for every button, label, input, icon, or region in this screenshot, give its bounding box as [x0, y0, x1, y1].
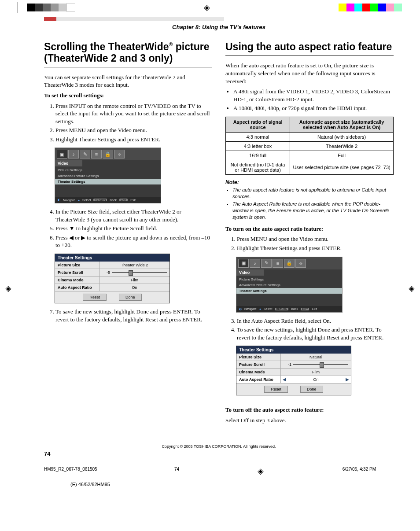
table-cell: Not defined (no ID-1 data or HDMI aspect…: [226, 160, 290, 174]
step-item: In the Picture Size field, select either…: [55, 208, 212, 223]
slider-value: -5: [102, 270, 110, 275]
osd-video-menu: ▣ ♪ ✎ ≡ 🔒 ⎆ Video Picture Settings Advan…: [236, 257, 343, 313]
row-value: On: [99, 284, 169, 291]
note-list: The auto aspect ratio feature is not app…: [225, 187, 394, 221]
print-filename: HM95_R2_067-78_061505: [44, 467, 97, 476]
intro-text: You can set separate scroll settings for…: [44, 74, 212, 89]
bullet-item: A 1080i, 480i, 480p, or 720p signal from…: [233, 104, 394, 112]
table-header: Aspect ratio of signal source: [226, 117, 290, 132]
table-cell: 4:3 letter box: [226, 141, 290, 151]
input-tab-icon: ⎆: [114, 150, 125, 159]
nav-key: EXIT: [301, 308, 309, 310]
table-header: Automatic aspect size (automatically sel…: [290, 117, 394, 132]
panel-title: Theater Settings: [236, 346, 351, 354]
slider-value: -1: [284, 362, 291, 367]
audio-tab-icon: ♪: [250, 259, 260, 268]
aspect-ratio-table: Aspect ratio of signal source Automatic …: [225, 117, 394, 175]
registration-mark-icon: ◈: [5, 284, 11, 293]
printer-color-bar: ◈: [0, 4, 420, 11]
title-text: Scrolling the TheaterWide: [44, 41, 169, 52]
theater-settings-panel: Theater Settings Picture Size Natural Pi…: [236, 346, 351, 395]
row-label: Auto Aspect Ratio: [55, 284, 99, 291]
bullet-item: A 480i signal from the VIDEO 1, VIDEO 2,…: [233, 88, 394, 103]
table-cell: User-selected picture size (see pages 72…: [290, 160, 394, 174]
row-value: Natural: [281, 354, 351, 361]
left-column: Scrolling the TheaterWide® picture (Thea…: [44, 41, 212, 427]
osd-video-menu: ▣ ♪ ✎ ≡ 🔒 ⎆ Video Picture Settings Advan…: [55, 148, 161, 203]
table-cell: Natural (with sidebars): [290, 132, 394, 141]
subhead: To turn off the auto aspect ratio featur…: [225, 406, 394, 414]
row-label: Cinema Mode: [236, 369, 281, 376]
lock-tab-icon: 🔒: [103, 150, 113, 159]
step-item: Press MENU and open the Video menu.: [55, 126, 212, 134]
row-value: Theater Wide 2: [99, 262, 169, 269]
intro-text: When the auto aspect ratio feature is se…: [225, 62, 394, 85]
menu-item: Advanced Picture Settings: [236, 282, 342, 288]
settings-tab-icon: ≡: [91, 150, 102, 159]
menu-tab-label: Video: [236, 269, 264, 276]
nav-hint: Exit: [130, 199, 136, 202]
menu-item-highlighted: Theater Settings: [236, 288, 342, 294]
row-value: On: [313, 377, 318, 382]
model-line: (E) 46/52/62HM95: [70, 482, 394, 487]
nav-key: EXIT: [119, 199, 128, 201]
menu-item-highlighted: Theater Settings: [55, 179, 161, 184]
print-page: 74: [174, 467, 179, 476]
registration-mark-icon: ◈: [203, 3, 211, 12]
bullet-list: A 480i signal from the VIDEO 1, VIDEO 2,…: [225, 88, 394, 112]
row-label: Picture Scroll: [236, 361, 281, 368]
body-text: Select Off in step 3 above.: [225, 417, 394, 424]
nav-hint: Select: [264, 307, 272, 310]
reset-button: Reset: [83, 294, 107, 301]
nav-hint: Back: [110, 199, 117, 202]
audio-tab-icon: ♪: [68, 150, 79, 159]
steps-list: In the Auto Aspect Ratio field, select O…: [225, 317, 394, 342]
note-item: The Auto Aspect Ratio feature is not ava…: [232, 201, 394, 221]
step-item: Press ▼ to highlight the Picture Scroll …: [55, 225, 212, 232]
slider: -5: [99, 270, 169, 275]
step-item: To save the new settings, highlight Done…: [55, 308, 212, 323]
step-item: Highlight Theater Settings and press ENT…: [237, 244, 394, 252]
row-label: Auto Aspect Ratio: [236, 376, 281, 383]
step-item: Highlight Theater Settings and press ENT…: [55, 136, 212, 144]
slider: -1: [281, 362, 351, 367]
input-tab-icon: ⎆: [295, 259, 306, 268]
video-tab-icon: ▣: [57, 150, 67, 159]
menu-item: Picture Settings: [55, 167, 161, 173]
nav-hint: Select: [82, 199, 91, 202]
row-value-selected: ◀ On ▶: [281, 376, 351, 383]
note-item: The auto aspect ratio feature is not app…: [232, 187, 394, 200]
step-item: Press MENU and open the Video menu.: [237, 235, 394, 243]
nav-hint: Navigate: [244, 307, 257, 310]
table-cell: TheaterWide 2: [290, 141, 394, 151]
row-value: Film: [99, 277, 169, 284]
table-cell: 16:9 full: [226, 151, 290, 160]
chapter-header: Chapter 8: Using the TV's features: [44, 24, 394, 30]
note-label: Note:: [225, 179, 394, 185]
nav-hint: Back: [291, 307, 298, 310]
step-item: In the Auto Aspect Ratio field, select O…: [237, 317, 394, 325]
steps-list: To save the new settings, highlight Done…: [44, 308, 212, 323]
nav-hint: Navigate: [63, 199, 75, 202]
arrow-left-icon: ◀: [283, 377, 286, 382]
registration-mark-icon: ◈: [409, 284, 415, 293]
row-label: Picture Scroll: [55, 269, 99, 276]
print-info-line: HM95_R2_067-78_061505 74 ◈ 6/27/05, 4:32…: [44, 467, 376, 476]
steps-list: Press INPUT on the remote control or TV/…: [44, 102, 212, 144]
step-item: Press INPUT on the remote control or TV/…: [55, 102, 212, 125]
menu-item: Advanced Picture Settings: [55, 173, 161, 179]
nav-key: RETURN: [93, 199, 107, 201]
brush-tab-icon: ✎: [80, 150, 90, 159]
subhead: To set the scroll settings:: [44, 92, 212, 100]
section-title: Using the auto aspect ratio feature: [225, 41, 394, 52]
steps-list: Press MENU and open the Video menu. High…: [225, 235, 394, 252]
step-item: To save the new settings, highlight Done…: [237, 326, 394, 341]
row-value: Film: [281, 369, 351, 376]
done-button: Done: [119, 294, 142, 301]
page-number: 74: [44, 450, 394, 457]
row-label: Picture Size: [55, 262, 99, 269]
lock-tab-icon: 🔒: [284, 259, 295, 268]
menu-item: Picture Settings: [236, 277, 342, 282]
settings-tab-icon: ≡: [273, 259, 283, 268]
table-cell: Full: [290, 151, 394, 160]
